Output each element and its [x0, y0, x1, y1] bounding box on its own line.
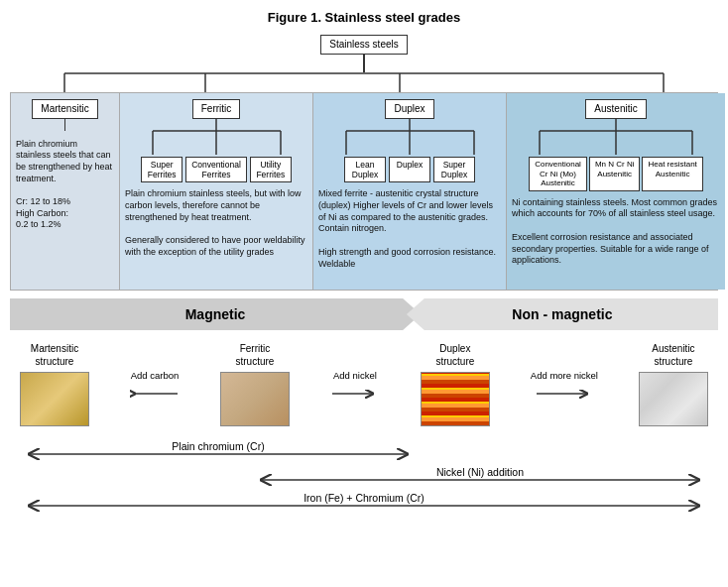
nickel-addition-row: Nickel (Ni) addition	[20, 462, 708, 484]
martensitic-structure: Martensiticstructure	[20, 342, 89, 426]
duplex-sub-node: Duplex	[389, 157, 430, 182]
add-carbon-arrow: Add carbon	[130, 370, 180, 403]
heat-resistant-node: Heat resistantAustenitic	[642, 157, 702, 191]
conventional-austenitic-node: ConventionalCr Ni (Mo)Austenitic	[529, 157, 587, 191]
ferritic-structure: Ferriticstructure	[220, 342, 290, 426]
magnetic-arrow: Magnetic	[10, 298, 421, 330]
iron-chromium-row: Iron (Fe) + Chromium (Cr)	[20, 488, 708, 510]
conventional-ferrites-node: ConventionalFerrites	[185, 157, 247, 182]
right-arrow-icon	[330, 385, 380, 403]
tree-connector-top	[10, 72, 718, 92]
duplex-image	[421, 372, 490, 426]
plain-chromium-arrow: Plain chromium (Cr)	[20, 436, 417, 458]
duplex-node: Duplex	[385, 99, 433, 119]
add-more-nickel-arrow: Add more nickel	[531, 370, 598, 403]
duplex-structure: Duplexstructure	[421, 342, 490, 426]
super-duplex-node: SuperDuplex	[433, 157, 475, 182]
austenitic-node: Austenitic	[585, 99, 646, 119]
col-austenitic: Austenitic ConventionalCr Ni (Mo)Austeni…	[507, 93, 725, 290]
svg-text:Iron (Fe) + Chromium (Cr): Iron (Fe) + Chromium (Cr)	[303, 492, 425, 504]
svg-text:Nickel (Ni) addition: Nickel (Ni) addition	[436, 466, 524, 478]
ferritic-node: Ferritic	[192, 99, 241, 119]
super-ferrites-node: SuperFerrites	[141, 157, 182, 182]
magnetic-label: Magnetic	[185, 306, 246, 322]
ferritic-image	[220, 372, 290, 426]
right-arrow-2-icon	[535, 385, 594, 403]
austenitic-image	[639, 372, 708, 426]
austenitic-connector	[512, 119, 720, 155]
root-node: Stainless steels	[320, 35, 407, 55]
col-martensitic: Martensitic Plain chromium stainless ste…	[11, 93, 120, 290]
bottom-arrows-section: Plain chromium (Cr) Nickel (Ni) addition…	[10, 436, 718, 510]
utility-ferrites-node: UtilityFerrites	[250, 157, 292, 182]
martensitic-node: Martensitic	[32, 99, 97, 119]
ferritic-connector	[125, 119, 308, 155]
add-nickel-arrow: Add nickel	[330, 370, 380, 403]
col-ferritic: Ferritic SuperFerrites ConventionalFerri…	[120, 93, 313, 290]
structures-section: Martensiticstructure Add carbon Ferritic…	[10, 342, 718, 426]
non-magnetic-arrow: Non - magnetic	[407, 298, 718, 330]
left-arrow-icon	[130, 385, 180, 403]
ferritic-sub-nodes: SuperFerrites ConventionalFerrites Utili…	[141, 157, 292, 182]
lean-duplex-node: LeanDuplex	[344, 157, 386, 182]
svg-text:Plain chromium (Cr): Plain chromium (Cr)	[172, 440, 264, 452]
non-magnetic-label: Non - magnetic	[512, 306, 612, 322]
ferritic-desc: Plain chromium stainless steels, but wit…	[125, 188, 307, 258]
martensitic-image	[20, 372, 89, 426]
duplex-desc: Mixed ferrite - austenitic crystal struc…	[318, 188, 501, 270]
martensitic-desc: Plain chromium stainless steels that can…	[16, 139, 114, 232]
duplex-connector	[318, 119, 502, 155]
duplex-sub-nodes: LeanDuplex Duplex SuperDuplex	[344, 157, 475, 182]
mn-n-cr-ni-node: Mn N Cr NiAustenitic	[589, 157, 641, 191]
col-duplex: Duplex LeanDuplex Duplex SuperDuplex Mix…	[313, 93, 507, 290]
austenitic-desc: Ni containing stainless steels. Most com…	[512, 197, 720, 267]
iron-chromium-arrow: Iron (Fe) + Chromium (Cr)	[20, 488, 708, 510]
nickel-addition-arrow: Nickel (Ni) addition	[252, 462, 708, 484]
austenitic-sub-nodes: ConventionalCr Ni (Mo)Austenitic Mn N Cr…	[512, 157, 720, 191]
austenitic-structure: Austeniticstructure	[639, 342, 708, 426]
plain-chromium-row: Plain chromium (Cr)	[20, 436, 708, 458]
page-title: Figure 1. Stainless steel grades	[10, 10, 718, 25]
arrow-banner: Magnetic Non - magnetic	[10, 298, 718, 332]
